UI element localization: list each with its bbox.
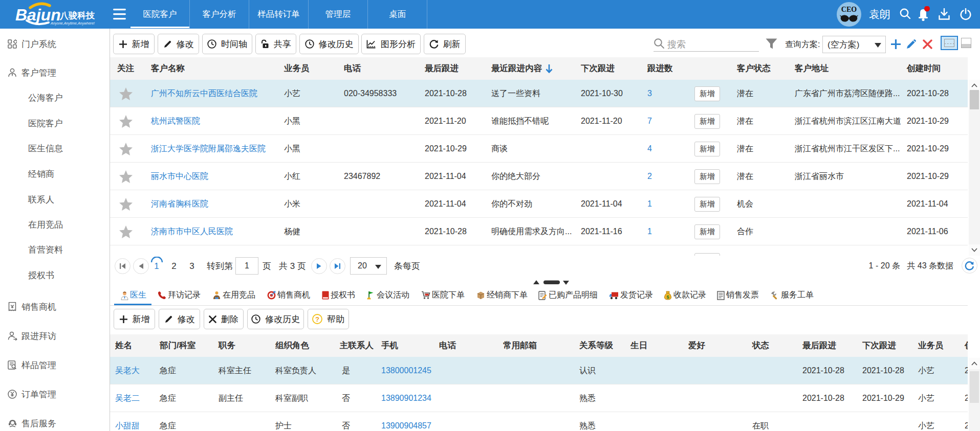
svg-text:$: $	[666, 294, 669, 299]
svg-text:?: ?	[315, 315, 319, 323]
svg-text:Anyone,Anytime,Anywhere!: Anyone,Anytime,Anywhere!	[50, 21, 95, 26]
svg-text:CEO: CEO	[841, 6, 857, 13]
svg-text:八骏科技: 八骏科技	[59, 11, 95, 20]
